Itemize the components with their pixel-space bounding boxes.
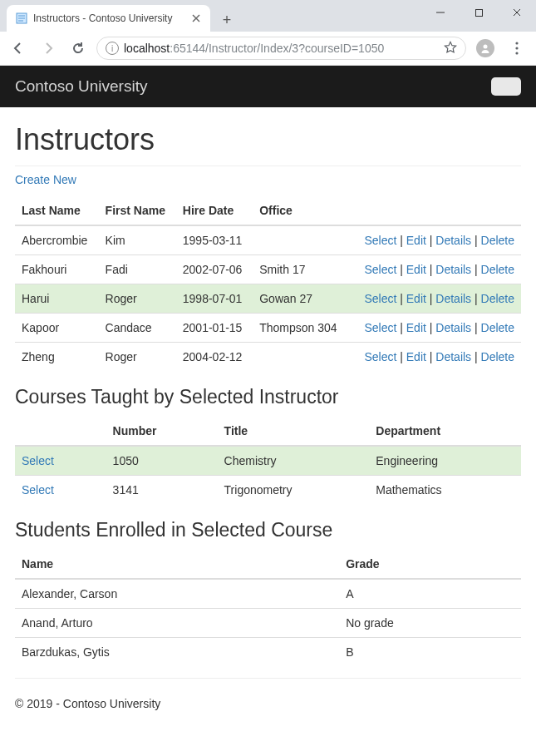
details-link[interactable]: Details — [435, 263, 471, 276]
cell-select: Select — [15, 476, 106, 505]
cell-actions: Select | Edit | Details | Delete — [349, 284, 521, 314]
cell-hire-date: 2004-02-12 — [176, 343, 253, 372]
browser-chrome: Instructors - Contoso University + i loc… — [0, 0, 536, 66]
url-text: localhost:65144/Instructor/Index/3?cours… — [124, 42, 439, 55]
cell-last-name: Abercrombie — [15, 225, 99, 255]
cell-actions: Select | Edit | Details | Delete — [349, 225, 521, 255]
cell-name: Barzdukas, Gytis — [15, 638, 339, 667]
edit-link[interactable]: Edit — [406, 234, 426, 247]
svg-point-12 — [515, 47, 518, 49]
cell-number: 3141 — [106, 476, 218, 505]
tab-bar: Instructors - Contoso University + — [0, 0, 536, 32]
select-link[interactable]: Select — [22, 454, 54, 467]
delete-link[interactable]: Delete — [481, 292, 514, 305]
edit-link[interactable]: Edit — [406, 350, 426, 363]
navbar-toggle-button[interactable] — [491, 77, 521, 96]
cell-hire-date: 2001-01-15 — [176, 314, 253, 343]
col-actions — [349, 196, 521, 225]
main-container: Instructors Create New Last Name First N… — [0, 107, 536, 697]
cell-grade: A — [339, 579, 521, 609]
create-new-link[interactable]: Create New — [15, 173, 76, 186]
cell-select: Select — [15, 446, 106, 476]
url-path: :65144/Instructor/Index/3?courseID=1050 — [170, 42, 384, 55]
select-link[interactable]: Select — [364, 292, 396, 305]
window-controls — [421, 0, 536, 25]
delete-link[interactable]: Delete — [481, 263, 514, 276]
details-link[interactable]: Details — [435, 234, 471, 247]
select-link[interactable]: Select — [364, 263, 396, 276]
courses-heading: Courses Taught by Selected Instructor — [15, 386, 521, 408]
instructors-header-row: Last Name First Name Hire Date Office — [15, 196, 521, 225]
col-name: Name — [15, 550, 339, 579]
profile-button[interactable] — [473, 36, 498, 61]
col-hire-date: Hire Date — [176, 196, 253, 225]
courses-table: Number Title Department Select1050Chemis… — [15, 417, 521, 504]
close-tab-icon[interactable] — [190, 12, 202, 24]
table-row: Barzdukas, GytisB — [15, 638, 521, 667]
cell-actions: Select | Edit | Details | Delete — [349, 255, 521, 284]
navbar-brand[interactable]: Contoso University — [15, 77, 147, 96]
details-link[interactable]: Details — [435, 292, 471, 305]
select-link[interactable]: Select — [364, 350, 396, 363]
students-header-row: Name Grade — [15, 550, 521, 579]
address-bar: i localhost:65144/Instructor/Index/3?cou… — [0, 32, 536, 65]
table-row: AbercrombieKim1995-03-11Select | Edit | … — [15, 225, 521, 255]
courses-header-row: Number Title Department — [15, 417, 521, 446]
details-link[interactable]: Details — [435, 321, 471, 334]
forward-button[interactable] — [37, 37, 60, 60]
col-department: Department — [369, 417, 521, 446]
edit-link[interactable]: Edit — [406, 263, 426, 276]
edit-link[interactable]: Edit — [406, 292, 426, 305]
delete-link[interactable]: Delete — [481, 350, 514, 363]
cell-hire-date: 2002-07-06 — [176, 255, 253, 284]
select-link[interactable]: Select — [22, 483, 54, 497]
edit-link[interactable]: Edit — [406, 321, 426, 334]
cell-name: Anand, Arturo — [15, 609, 339, 638]
cell-office — [253, 225, 348, 255]
url-host: localhost — [124, 42, 170, 55]
cell-hire-date: 1998-07-01 — [176, 284, 253, 314]
table-row: HaruiRoger1998-07-01Gowan 27Select | Edi… — [15, 284, 521, 314]
col-number: Number — [106, 417, 218, 446]
maximize-icon[interactable] — [460, 0, 498, 25]
tab-active[interactable]: Instructors - Contoso University — [7, 5, 210, 32]
close-window-icon[interactable] — [498, 0, 536, 25]
table-row: Anand, ArturoNo grade — [15, 609, 521, 638]
site-navbar: Contoso University — [0, 66, 536, 107]
url-box[interactable]: i localhost:65144/Instructor/Index/3?cou… — [96, 37, 466, 60]
site-info-icon[interactable]: i — [106, 42, 119, 55]
table-row: ZhengRoger2004-02-12Select | Edit | Deta… — [15, 343, 521, 372]
select-link[interactable]: Select — [364, 234, 396, 247]
cell-title: Trigonometry — [218, 476, 370, 505]
svg-point-11 — [515, 42, 518, 44]
instructors-table: Last Name First Name Hire Date Office Ab… — [15, 196, 521, 371]
star-icon[interactable] — [444, 41, 457, 57]
cell-office: Gowan 27 — [253, 284, 348, 314]
minimize-icon[interactable] — [421, 0, 460, 25]
details-link[interactable]: Details — [435, 350, 471, 363]
table-row: Select3141TrigonometryMathematics — [15, 476, 521, 505]
delete-link[interactable]: Delete — [481, 234, 514, 247]
cell-first-name: Roger — [99, 343, 176, 372]
footer-divider — [15, 678, 521, 679]
tab-title: Instructors - Contoso University — [33, 12, 185, 24]
cell-actions: Select | Edit | Details | Delete — [349, 343, 521, 372]
delete-link[interactable]: Delete — [481, 321, 514, 334]
cell-last-name: Kapoor — [15, 314, 99, 343]
kebab-menu-icon[interactable] — [504, 36, 529, 61]
cell-office — [253, 343, 348, 372]
students-heading: Students Enrolled in Selected Course — [15, 519, 521, 541]
select-link[interactable]: Select — [364, 321, 396, 334]
table-row: Alexander, CarsonA — [15, 579, 521, 609]
table-row: Select1050ChemistryEngineering — [15, 446, 521, 476]
table-row: KapoorCandace2001-01-15Thompson 304Selec… — [15, 314, 521, 343]
cell-department: Engineering — [369, 446, 521, 476]
cell-first-name: Candace — [99, 314, 176, 343]
back-button[interactable] — [7, 37, 30, 60]
reload-button[interactable] — [66, 37, 90, 60]
svg-rect-7 — [475, 9, 482, 16]
footer-text: © 2019 - Contoso University — [0, 697, 536, 719]
new-tab-button[interactable]: + — [215, 8, 238, 32]
cell-last-name: Harui — [15, 284, 99, 314]
page-favicon-icon — [15, 12, 28, 25]
